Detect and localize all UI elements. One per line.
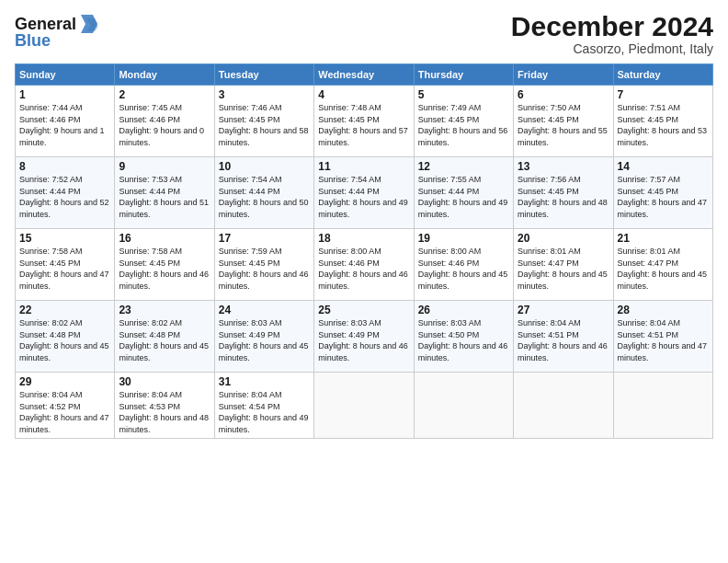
day-info: Sunrise: 7:52 AMSunset: 4:44 PMDaylight:… (19, 175, 109, 219)
location-subtitle: Casorzo, Piedmont, Italy (511, 41, 713, 56)
day-number: 6 (518, 88, 609, 101)
table-row (414, 373, 513, 439)
table-row: 31 Sunrise: 8:04 AMSunset: 4:54 PMDaylig… (214, 373, 313, 439)
day-info: Sunrise: 8:03 AMSunset: 4:49 PMDaylight:… (318, 318, 408, 362)
svg-text:General: General (15, 15, 76, 33)
header: General Blue December 2024 Casorzo, Pied… (15, 11, 713, 56)
logo-svg: General Blue (15, 11, 97, 52)
table-row (613, 373, 712, 439)
calendar-table: Sunday Monday Tuesday Wednesday Thursday… (15, 63, 713, 439)
table-row: 4 Sunrise: 7:48 AMSunset: 4:45 PMDayligh… (314, 86, 414, 157)
day-info: Sunrise: 8:00 AMSunset: 4:46 PMDaylight:… (318, 247, 408, 291)
day-info: Sunrise: 8:01 AMSunset: 4:47 PMDaylight:… (518, 247, 608, 291)
day-info: Sunrise: 7:50 AMSunset: 4:45 PMDaylight:… (518, 103, 608, 147)
table-row: 15 Sunrise: 7:58 AMSunset: 4:45 PMDaylig… (16, 229, 115, 301)
day-number: 16 (119, 232, 210, 245)
table-row: 25 Sunrise: 8:03 AMSunset: 4:49 PMDaylig… (314, 301, 414, 373)
day-number: 1 (19, 88, 110, 101)
day-info: Sunrise: 8:02 AMSunset: 4:48 PMDaylight:… (119, 318, 209, 362)
table-row: 30 Sunrise: 8:04 AMSunset: 4:53 PMDaylig… (115, 373, 214, 439)
day-number: 8 (19, 160, 110, 173)
table-row: 5 Sunrise: 7:49 AMSunset: 4:45 PMDayligh… (414, 86, 513, 157)
day-number: 10 (219, 160, 310, 173)
table-row: 8 Sunrise: 7:52 AMSunset: 4:44 PMDayligh… (16, 157, 115, 229)
table-row: 22 Sunrise: 8:02 AMSunset: 4:48 PMDaylig… (16, 301, 115, 373)
day-number: 29 (19, 375, 110, 388)
table-row: 14 Sunrise: 7:57 AMSunset: 4:45 PMDaylig… (613, 157, 712, 229)
day-info: Sunrise: 8:04 AMSunset: 4:53 PMDaylight:… (119, 390, 209, 434)
day-info: Sunrise: 7:49 AMSunset: 4:45 PMDaylight:… (418, 103, 508, 147)
table-row: 19 Sunrise: 8:00 AMSunset: 4:46 PMDaylig… (414, 229, 513, 301)
day-number: 14 (618, 160, 709, 173)
table-row: 20 Sunrise: 8:01 AMSunset: 4:47 PMDaylig… (514, 229, 613, 301)
day-number: 17 (219, 232, 310, 245)
table-row: 17 Sunrise: 7:59 AMSunset: 4:45 PMDaylig… (214, 229, 313, 301)
day-info: Sunrise: 7:57 AMSunset: 4:45 PMDaylight:… (618, 175, 708, 219)
table-row: 9 Sunrise: 7:53 AMSunset: 4:44 PMDayligh… (115, 157, 214, 229)
table-row: 28 Sunrise: 8:04 AMSunset: 4:51 PMDaylig… (613, 301, 712, 373)
table-row: 7 Sunrise: 7:51 AMSunset: 4:45 PMDayligh… (613, 86, 712, 157)
table-row: 13 Sunrise: 7:56 AMSunset: 4:45 PMDaylig… (514, 157, 613, 229)
day-number: 27 (518, 304, 609, 316)
svg-text:Blue: Blue (15, 31, 51, 50)
day-number: 3 (219, 88, 310, 101)
day-number: 28 (618, 304, 709, 316)
day-number: 7 (618, 88, 709, 101)
day-info: Sunrise: 8:04 AMSunset: 4:54 PMDaylight:… (219, 390, 309, 434)
table-row: 12 Sunrise: 7:55 AMSunset: 4:44 PMDaylig… (414, 157, 513, 229)
day-info: Sunrise: 7:54 AMSunset: 4:44 PMDaylight:… (219, 175, 309, 219)
day-info: Sunrise: 8:04 AMSunset: 4:52 PMDaylight:… (19, 390, 109, 434)
header-row: Sunday Monday Tuesday Wednesday Thursday… (16, 64, 713, 86)
day-info: Sunrise: 8:02 AMSunset: 4:48 PMDaylight:… (19, 318, 109, 362)
page: General Blue December 2024 Casorzo, Pied… (0, 0, 728, 563)
day-number: 22 (19, 304, 110, 316)
table-row: 11 Sunrise: 7:54 AMSunset: 4:44 PMDaylig… (314, 157, 414, 229)
table-row: 23 Sunrise: 8:02 AMSunset: 4:48 PMDaylig… (115, 301, 214, 373)
day-number: 20 (518, 232, 609, 245)
day-number: 18 (318, 232, 409, 245)
table-row: 3 Sunrise: 7:46 AMSunset: 4:45 PMDayligh… (214, 86, 313, 157)
day-number: 30 (119, 375, 210, 388)
col-wednesday: Wednesday (314, 64, 414, 86)
day-info: Sunrise: 7:45 AMSunset: 4:46 PMDaylight:… (119, 103, 204, 147)
day-info: Sunrise: 7:54 AMSunset: 4:44 PMDaylight:… (318, 175, 408, 219)
table-row: 6 Sunrise: 7:50 AMSunset: 4:45 PMDayligh… (514, 86, 613, 157)
day-number: 15 (19, 232, 110, 245)
day-number: 2 (119, 88, 210, 101)
day-info: Sunrise: 7:58 AMSunset: 4:45 PMDaylight:… (119, 247, 209, 291)
day-info: Sunrise: 7:48 AMSunset: 4:45 PMDaylight:… (318, 103, 408, 147)
day-number: 4 (318, 88, 409, 101)
day-number: 25 (318, 304, 409, 316)
title-block: December 2024 Casorzo, Piedmont, Italy (511, 11, 713, 56)
day-info: Sunrise: 7:44 AMSunset: 4:46 PMDaylight:… (19, 103, 105, 147)
day-info: Sunrise: 8:00 AMSunset: 4:46 PMDaylight:… (418, 247, 508, 291)
col-monday: Monday (115, 64, 214, 86)
day-number: 11 (318, 160, 409, 173)
day-info: Sunrise: 7:59 AMSunset: 4:45 PMDaylight:… (219, 247, 309, 291)
col-friday: Friday (514, 64, 613, 86)
day-number: 19 (418, 232, 509, 245)
table-row: 24 Sunrise: 8:03 AMSunset: 4:49 PMDaylig… (214, 301, 313, 373)
col-tuesday: Tuesday (214, 64, 313, 86)
day-number: 12 (418, 160, 509, 173)
day-info: Sunrise: 7:53 AMSunset: 4:44 PMDaylight:… (119, 175, 209, 219)
month-title: December 2024 (511, 11, 713, 41)
day-number: 26 (418, 304, 509, 316)
col-saturday: Saturday (613, 64, 712, 86)
table-row: 29 Sunrise: 8:04 AMSunset: 4:52 PMDaylig… (16, 373, 115, 439)
table-row: 10 Sunrise: 7:54 AMSunset: 4:44 PMDaylig… (214, 157, 313, 229)
logo: General Blue (15, 11, 97, 52)
table-row: 18 Sunrise: 8:00 AMSunset: 4:46 PMDaylig… (314, 229, 414, 301)
day-info: Sunrise: 8:03 AMSunset: 4:49 PMDaylight:… (219, 318, 309, 362)
day-info: Sunrise: 8:04 AMSunset: 4:51 PMDaylight:… (618, 318, 708, 362)
col-thursday: Thursday (414, 64, 513, 86)
table-row: 2 Sunrise: 7:45 AMSunset: 4:46 PMDayligh… (115, 86, 214, 157)
day-number: 24 (219, 304, 310, 316)
day-number: 9 (119, 160, 210, 173)
day-info: Sunrise: 7:56 AMSunset: 4:45 PMDaylight:… (518, 175, 608, 219)
day-info: Sunrise: 7:55 AMSunset: 4:44 PMDaylight:… (418, 175, 508, 219)
table-row (514, 373, 613, 439)
table-row: 1 Sunrise: 7:44 AMSunset: 4:46 PMDayligh… (16, 86, 115, 157)
table-row (314, 373, 414, 439)
table-row: 26 Sunrise: 8:03 AMSunset: 4:50 PMDaylig… (414, 301, 513, 373)
